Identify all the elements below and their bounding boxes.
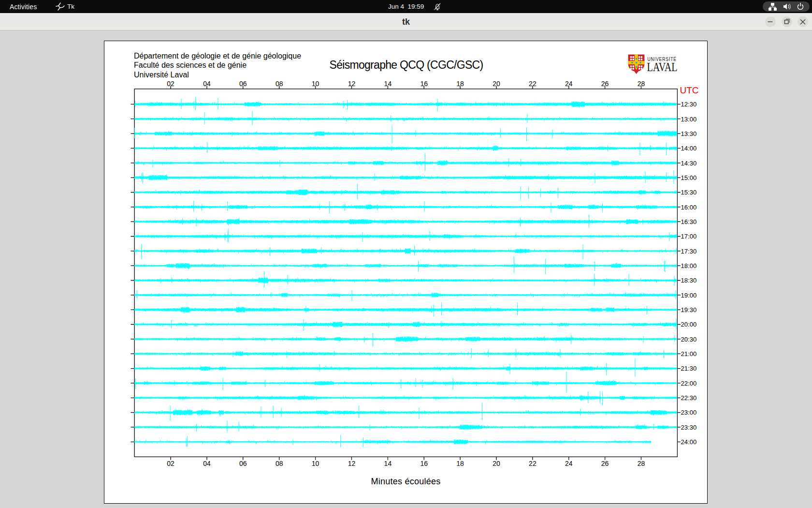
svg-text:22:00: 22:00 (681, 380, 696, 387)
svg-text:06: 06 (239, 460, 247, 467)
svg-text:13:30: 13:30 (681, 130, 696, 137)
svg-text:UTC: UTC (680, 85, 699, 95)
svg-text:16: 16 (420, 460, 428, 467)
svg-text:16:00: 16:00 (681, 204, 696, 211)
svg-text:02: 02 (167, 80, 174, 88)
svg-text:22:30: 22:30 (681, 394, 696, 402)
svg-text:21:30: 21:30 (681, 365, 696, 372)
svg-text:LAVAL: LAVAL (647, 60, 678, 74)
svg-text:21:00: 21:00 (681, 350, 696, 358)
svg-text:24:00: 24:00 (681, 438, 696, 446)
svg-text:17:30: 17:30 (681, 248, 696, 255)
svg-text:28: 28 (638, 80, 645, 88)
svg-text:10: 10 (312, 80, 319, 88)
svg-text:22: 22 (529, 460, 536, 467)
svg-text:14: 14 (384, 460, 392, 467)
svg-text:26: 26 (601, 80, 609, 88)
svg-text:06: 06 (239, 80, 247, 88)
svg-text:18: 18 (456, 460, 464, 467)
svg-text:23:30: 23:30 (681, 424, 696, 431)
svg-text:04: 04 (203, 80, 211, 88)
svg-text:12:30: 12:30 (681, 101, 696, 108)
svg-text:13:00: 13:00 (681, 116, 696, 123)
svg-text:23:00: 23:00 (681, 409, 696, 416)
svg-text:12: 12 (348, 460, 356, 467)
svg-text:14: 14 (384, 80, 392, 88)
svg-text:24: 24 (565, 80, 573, 88)
svg-text:16:30: 16:30 (681, 218, 696, 225)
svg-text:14:00: 14:00 (681, 145, 696, 152)
svg-text:19:30: 19:30 (681, 306, 696, 314)
svg-text:Minutes écoulées: Minutes écoulées (371, 477, 440, 486)
svg-text:20: 20 (493, 80, 500, 88)
svg-text:26: 26 (601, 460, 609, 467)
svg-text:20:30: 20:30 (681, 336, 696, 343)
svg-text:18: 18 (456, 80, 464, 88)
svg-text:10: 10 (312, 460, 319, 467)
svg-text:08: 08 (276, 460, 283, 467)
svg-text:15:30: 15:30 (681, 189, 696, 196)
svg-text:04: 04 (203, 460, 211, 467)
svg-text:20:00: 20:00 (681, 321, 696, 328)
svg-text:12: 12 (348, 80, 356, 88)
svg-text:24: 24 (565, 460, 573, 467)
svg-text:22: 22 (529, 80, 536, 88)
svg-text:16: 16 (420, 80, 428, 88)
svg-text:19:00: 19:00 (681, 292, 696, 299)
svg-text:18:00: 18:00 (681, 262, 696, 269)
svg-text:20: 20 (493, 460, 500, 467)
svg-text:02: 02 (167, 460, 174, 467)
svg-text:14:30: 14:30 (681, 160, 696, 167)
svg-text:08: 08 (276, 80, 283, 88)
svg-text:15:00: 15:00 (681, 174, 696, 181)
svg-text:18:30: 18:30 (681, 277, 696, 284)
svg-text:17:00: 17:00 (681, 233, 696, 240)
svg-text:28: 28 (638, 460, 645, 467)
